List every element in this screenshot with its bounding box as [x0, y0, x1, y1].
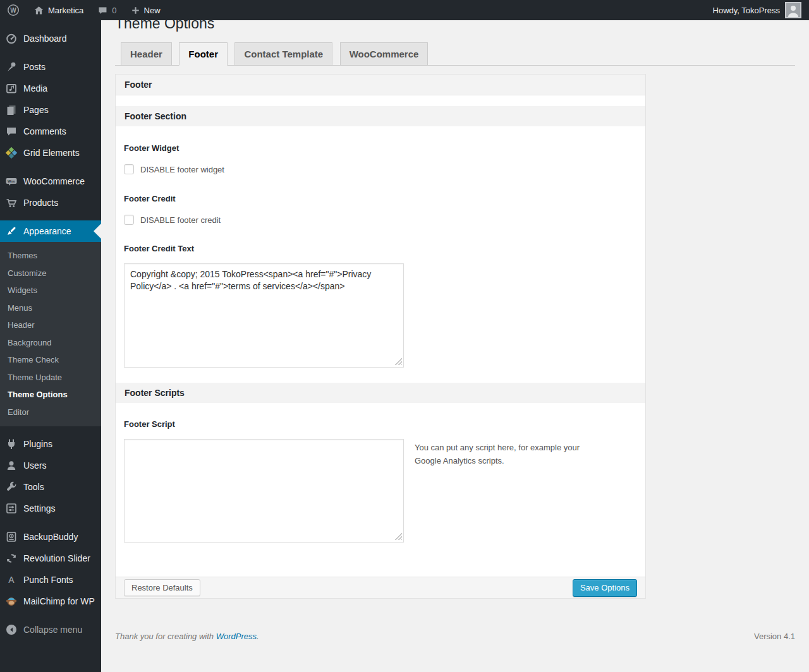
submenu-item-menus[interactable]: Menus — [0, 299, 101, 317]
footer-credit-label: Footer Credit — [124, 195, 637, 203]
sidebar-item-label: Products — [23, 198, 58, 208]
backup-icon — [5, 531, 18, 543]
sidebar-item-label: Revolution Slider — [23, 553, 90, 563]
footer-widget-checkbox-row: DISABLE footer widget — [124, 164, 637, 174]
theme-options-panel: Footer Footer Section Footer Widget DISA… — [115, 74, 646, 599]
sidebar-item-backupbuddy[interactable]: BackupBuddy — [0, 526, 101, 548]
wordpress-logo-menu[interactable]: W — [0, 0, 27, 20]
sidebar-item-label: Plugins — [23, 439, 52, 449]
submenu-item-header[interactable]: Header — [0, 316, 101, 334]
admin-footer: Thank you for creating with WordPress. V… — [115, 632, 795, 650]
sidebar-item-products[interactable]: Products — [0, 192, 101, 213]
sidebar-item-label: Settings — [23, 503, 56, 513]
footer-widget-checkbox[interactable] — [124, 164, 134, 174]
media-icon — [5, 82, 18, 95]
footer-credit-checkbox[interactable] — [124, 215, 134, 225]
sidebar-item-plugins[interactable]: Plugins — [0, 433, 101, 455]
new-label: New — [144, 6, 161, 15]
footer-thanks-text: Thank you for creating with WordPress. — [115, 632, 259, 641]
sidebar-item-pages[interactable]: Pages — [0, 99, 101, 121]
sidebar-item-label: Comments — [23, 126, 66, 136]
sidebar-item-label: Users — [23, 460, 47, 471]
svg-text:Woo: Woo — [8, 179, 16, 183]
restore-defaults-button[interactable]: Restore Defaults — [124, 579, 200, 596]
my-account-menu[interactable]: Howdy, TokoPress — [705, 0, 809, 20]
svg-text:W: W — [10, 7, 16, 14]
sidebar-item-label: BackupBuddy — [23, 532, 78, 542]
wordpress-link[interactable]: WordPress — [216, 632, 257, 641]
sidebar-item-media[interactable]: Media — [0, 78, 101, 99]
sliders-icon — [5, 502, 18, 515]
new-content-menu[interactable]: New — [124, 0, 167, 20]
sidebar-item-label: Punch Fonts — [23, 575, 73, 585]
sidebar-item-tools[interactable]: Tools — [0, 476, 101, 498]
tab-woocommerce[interactable]: WooCommerce — [340, 42, 429, 66]
appearance-submenu: Themes Customize Widgets Menus Header Ba… — [0, 242, 101, 426]
sidebar-item-label: MailChimp for WP — [23, 596, 95, 606]
sidebar-item-label: Grid Elements — [23, 148, 80, 158]
submenu-item-theme-update[interactable]: Theme Update — [0, 369, 101, 387]
collapse-menu-button[interactable]: Collapse menu — [0, 619, 101, 640]
sidebar-item-label: Tools — [23, 482, 44, 492]
footer-script-label: Footer Script — [124, 420, 637, 429]
submenu-item-background[interactable]: Background — [0, 334, 101, 352]
comment-icon — [5, 125, 18, 138]
sidebar-item-dashboard[interactable]: Dashboard — [0, 28, 101, 49]
monkey-icon — [5, 595, 18, 608]
sidebar-item-posts[interactable]: Posts — [0, 56, 101, 78]
home-icon — [33, 5, 44, 16]
admin-bar: W Marketica 0 New Howdy, TokoPress — [0, 0, 809, 20]
submenu-item-themes[interactable]: Themes — [0, 247, 101, 265]
svg-text:A: A — [8, 575, 15, 585]
tab-footer[interactable]: Footer — [179, 42, 228, 66]
plug-icon — [5, 438, 18, 450]
pin-icon — [5, 61, 18, 73]
footer-widget-checkbox-label: DISABLE footer widget — [140, 165, 224, 174]
footer-credit-checkbox-row: DISABLE footer credit — [124, 215, 637, 225]
submenu-item-customize[interactable]: Customize — [0, 265, 101, 282]
grid-icon — [5, 147, 18, 159]
sidebar-item-grid-elements[interactable]: Grid Elements — [0, 142, 101, 164]
footer-widget-label: Footer Widget — [124, 144, 637, 153]
wordpress-logo-icon: W — [7, 4, 20, 16]
submenu-item-editor[interactable]: Editor — [0, 404, 101, 421]
save-options-button[interactable]: Save Options — [573, 579, 637, 597]
sidebar-item-punch-fonts[interactable]: A Punch Fonts — [0, 569, 101, 591]
dashboard-icon — [5, 32, 18, 45]
sidebar-item-users[interactable]: Users — [0, 455, 101, 476]
sidebar-item-settings[interactable]: Settings — [0, 498, 101, 519]
tab-header[interactable]: Header — [121, 42, 172, 66]
comments-admin-item[interactable]: 0 — [90, 0, 123, 20]
footer-script-input[interactable] — [124, 439, 404, 543]
user-icon — [5, 459, 18, 472]
sidebar-item-appearance[interactable]: Appearance — [0, 220, 101, 242]
sidebar-item-mailchimp[interactable]: MailChimp for WP — [0, 591, 101, 612]
submenu-item-widgets[interactable]: Widgets — [0, 282, 101, 299]
main-content: Theme Options Header Footer Contact Temp… — [101, 0, 809, 650]
sidebar-item-label: Media — [23, 83, 47, 93]
howdy-label: Howdy, TokoPress — [713, 6, 780, 15]
sidebar-item-revolution-slider[interactable]: Revolution Slider — [0, 548, 101, 569]
sidebar-item-comments[interactable]: Comments — [0, 121, 101, 142]
tab-contact-template[interactable]: Contact Template — [234, 42, 332, 66]
footer-credit-checkbox-label: DISABLE footer credit — [140, 215, 221, 225]
plus-icon — [131, 6, 140, 15]
collapse-menu-label: Collapse menu — [23, 625, 82, 635]
woo-badge-icon: Woo — [5, 175, 18, 188]
panel-action-bar: Restore Defaults Save Options — [116, 577, 645, 598]
submenu-item-theme-check[interactable]: Theme Check — [0, 351, 101, 369]
site-name-menu[interactable]: Marketica — [27, 0, 90, 20]
thanks-prefix: Thank you for creating with — [115, 632, 216, 641]
admin-sidebar: Dashboard Posts Media Pages Comments Gri… — [0, 20, 101, 672]
rotate-icon — [5, 552, 18, 565]
version-label: Version 4.1 — [754, 632, 795, 641]
sidebar-item-woocommerce[interactable]: Woo WooCommerce — [0, 171, 101, 192]
brush-icon — [5, 225, 18, 237]
submenu-item-theme-options[interactable]: Theme Options — [0, 386, 101, 404]
footer-script-description: You can put any script here, for example… — [415, 441, 607, 468]
letter-a-icon: A — [5, 573, 18, 586]
sidebar-item-label: Pages — [23, 105, 49, 115]
section-footer-section: Footer Section — [116, 106, 645, 126]
avatar — [785, 2, 801, 18]
footer-credit-text-input[interactable]: Copyright &copy; 2015 TokoPress<span><a … — [124, 263, 404, 368]
